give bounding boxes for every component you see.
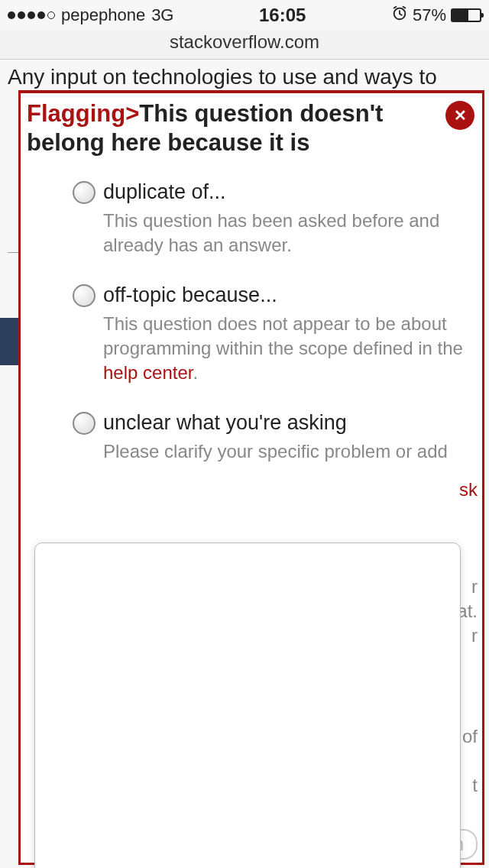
- cutoff-text: of: [462, 726, 478, 747]
- battery-pct: 57%: [413, 5, 446, 25]
- option-desc: Please clarify your specific problem or …: [103, 439, 468, 464]
- option-desc: This question has been asked before and …: [103, 209, 468, 257]
- network-label: 3G: [151, 5, 173, 25]
- close-icon: ✕: [454, 106, 467, 125]
- carrier-label: pepephone: [61, 5, 145, 25]
- option-unclear[interactable]: unclear what you're asking Please clarif…: [73, 411, 468, 464]
- radio-icon[interactable]: [73, 284, 96, 307]
- status-bar: pepephone 3G 16:05 57%: [0, 0, 489, 31]
- blank-popup-overlay[interactable]: [34, 542, 461, 868]
- option-desc-suffix: .: [193, 362, 198, 383]
- sidebar-fragment: [0, 318, 18, 365]
- cutoff-text: sk: [459, 479, 478, 500]
- flag-modal: ✕ Flagging>This question doesn't belong …: [18, 90, 484, 865]
- status-time: 16:05: [173, 5, 390, 26]
- option-offtopic[interactable]: off-topic because... This question does …: [73, 283, 468, 385]
- cutoff-text: r: [471, 576, 478, 598]
- option-label: off-topic because...: [103, 283, 277, 307]
- radio-icon[interactable]: [73, 181, 96, 204]
- cutoff-text: r: [471, 625, 478, 646]
- address-bar[interactable]: stackoverflow.com: [0, 31, 489, 60]
- option-duplicate[interactable]: duplicate of... This question has been a…: [73, 180, 468, 257]
- option-label: duplicate of...: [103, 180, 226, 204]
- close-button[interactable]: ✕: [445, 101, 474, 130]
- status-right: 57%: [391, 5, 481, 26]
- help-center-link[interactable]: help center: [103, 362, 193, 383]
- signal-dots-icon: [8, 11, 55, 19]
- radio-icon[interactable]: [73, 412, 96, 435]
- option-desc: This question does not appear to be abou…: [103, 312, 468, 385]
- option-desc-text: This question does not appear to be abou…: [103, 313, 463, 358]
- option-label: unclear what you're asking: [103, 411, 347, 435]
- battery-icon: [451, 8, 481, 22]
- status-left: pepephone 3G: [8, 5, 173, 25]
- alarm-icon: [391, 5, 408, 26]
- modal-title: Flagging>This question doesn't belong he…: [27, 99, 476, 157]
- flagging-breadcrumb[interactable]: Flagging: [27, 100, 125, 127]
